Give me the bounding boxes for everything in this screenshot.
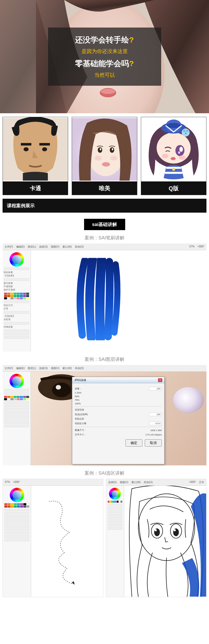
style-label: 卡通 <box>3 181 68 195</box>
svg-point-36 <box>172 168 175 171</box>
color-wheel-icon <box>109 488 121 500</box>
case-selection-left: 57%+000° <box>3 479 103 597</box>
sai-menubar: 文件(F)编辑(E)图层(L)选择(S)视图(V)窗口(W)其他(O) <box>3 365 206 372</box>
svg-point-8 <box>42 147 47 151</box>
style-card-chibi[interactable]: Q版 <box>141 117 206 195</box>
style-label: 唯美 <box>72 181 137 195</box>
color-wheel-icon <box>10 488 24 502</box>
sai-left-panel <box>106 486 124 597</box>
sai-basics-badge: sai基础讲解 <box>84 219 125 230</box>
style-label: Q版 <box>141 181 206 195</box>
lasso-selection-icon <box>31 486 103 597</box>
case-screenshot-layer: 文件(F)编辑(E)图层(L)选择(S)视图(V)窗口(W)其他(O) JPEG… <box>3 365 206 465</box>
svg-point-29 <box>179 147 183 152</box>
case-screenshot-brush: 文件(F)编辑(E)图层(L)选择(S)视图(V)窗口(W)其他(O) 57%+… <box>3 243 206 352</box>
section-header: 课程案例展示 <box>3 199 206 213</box>
color-swatches <box>4 396 29 400</box>
ok-button[interactable]: 确定 <box>125 439 142 447</box>
style-card-cartoon[interactable]: 卡通 <box>3 117 68 195</box>
color-swatches <box>108 501 122 503</box>
sai-left-panel: 画布效果 【无效果】 显示效果 不透明度 保护不透明 混合方式 正常 【无材质】… <box>3 250 31 352</box>
sai-left-panel <box>3 372 31 465</box>
svg-point-33 <box>171 157 176 160</box>
color-swatches <box>4 293 29 299</box>
brush-stroke-icon <box>69 258 126 340</box>
svg-point-45 <box>155 529 157 531</box>
sai-canvas <box>124 486 206 597</box>
svg-point-14 <box>112 148 113 150</box>
sai-canvas <box>31 486 103 597</box>
style-card-beautiful[interactable]: 唯美 <box>72 117 137 195</box>
svg-point-46 <box>174 529 176 531</box>
svg-rect-35 <box>165 172 182 174</box>
svg-point-7 <box>24 147 29 151</box>
case-title-layer: 案例：SAI图层讲解 <box>0 356 209 362</box>
sai-menubar: 选择(S)视图(V)窗口(W)其他(O) +000°正常 <box>106 479 206 486</box>
anime-lineart-icon <box>124 486 206 597</box>
style-cards-row: 卡通 唯美 <box>0 113 209 199</box>
svg-point-3 <box>101 89 115 94</box>
hero-q2: 零基础能学会吗? <box>59 58 150 69</box>
style-thumb-beautiful <box>72 117 137 181</box>
dialog-titlebar: JPEG选项 × <box>72 377 164 383</box>
case-title-selection: 案例：SAI选区讲解 <box>0 470 209 476</box>
svg-rect-5 <box>21 143 31 146</box>
svg-point-15 <box>102 162 110 167</box>
cancel-button[interactable]: 取消 <box>145 439 162 447</box>
color-swatches <box>4 503 29 508</box>
svg-point-26 <box>186 130 188 132</box>
hair-accessory-icon <box>173 387 204 413</box>
case-screenshot-selection-row: 57%+000° 选择(S)视图(V)窗口(W)其他(O) +000°正常 <box>0 479 209 597</box>
svg-point-25 <box>183 130 186 132</box>
svg-point-13 <box>100 148 101 150</box>
case-selection-right: 选择(S)视图(V)窗口(W)其他(O) +000°正常 <box>106 479 207 597</box>
svg-rect-6 <box>39 143 50 146</box>
hero-a2: 当然可以 <box>59 72 150 79</box>
hero-a1: 是因为你还没来这里 <box>59 48 150 55</box>
jpeg-options-dialog: JPEG选项 × 质量：100 A 25% 50% 75% 100% 压缩等级 … <box>72 377 165 464</box>
sai-left-panel <box>3 486 31 597</box>
svg-point-32 <box>179 155 185 160</box>
sai-canvas <box>31 250 206 352</box>
case-title-brush: 案例：SAI笔刷讲解 <box>0 235 209 241</box>
svg-point-16 <box>95 155 102 160</box>
style-thumb-chibi <box>141 117 206 181</box>
hero-banner: 还没学会转手绘? 是因为你还没来这里 零基础能学会吗? 当然可以 <box>0 0 209 113</box>
hero-text-overlay: 还没学会转手绘? 是因为你还没来这里 零基础能学会吗? 当然可以 <box>48 28 161 86</box>
svg-point-38 <box>52 382 71 397</box>
svg-point-39 <box>56 385 61 390</box>
color-wheel-icon <box>10 252 24 267</box>
style-thumb-cartoon <box>3 117 68 181</box>
sai-menubar: 57%+000° <box>3 479 103 486</box>
svg-point-12 <box>110 147 114 153</box>
sai-menubar: 文件(F)编辑(E)图层(L)选择(S)视图(V)窗口(W)其他(O) 57%+… <box>3 243 206 250</box>
svg-point-27 <box>185 133 186 134</box>
close-icon[interactable]: × <box>158 378 162 382</box>
svg-point-40 <box>138 494 195 561</box>
svg-point-31 <box>162 154 168 159</box>
svg-point-11 <box>98 147 102 153</box>
sai-canvas: JPEG选项 × 质量：100 A 25% 50% 75% 100% 压缩等级 … <box>31 372 206 465</box>
svg-point-24 <box>182 128 190 136</box>
svg-point-30 <box>178 151 180 154</box>
color-wheel-icon <box>10 374 24 388</box>
hero-q1: 还没学会转手绘? <box>59 35 150 45</box>
svg-point-17 <box>110 155 117 160</box>
